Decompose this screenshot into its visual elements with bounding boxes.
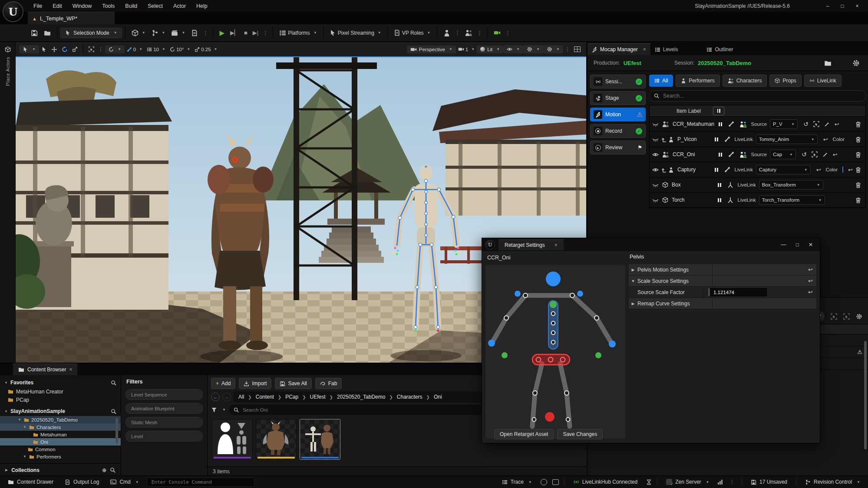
- filter-level-sequence[interactable]: Level Sequence: [125, 389, 203, 400]
- toolbar-overflow-icon[interactable]: ⋮: [475, 30, 484, 36]
- content-drawer-button[interactable]: Content Drawer: [4, 477, 57, 487]
- browse-content-button[interactable]: [41, 27, 54, 39]
- tab-content-browser[interactable]: Content Browser ×: [13, 364, 77, 375]
- mocap-search-input[interactable]: [662, 92, 861, 99]
- maximize-button[interactable]: □: [796, 242, 799, 248]
- pelvis-bone-selected[interactable]: [532, 354, 570, 365]
- console-command-input-box[interactable]: [147, 478, 254, 487]
- color-label[interactable]: Color: [833, 137, 845, 142]
- cinematics-dropdown[interactable]: ▼: [168, 27, 188, 39]
- bone-eye-icon[interactable]: [724, 167, 730, 173]
- nav-sessions[interactable]: Sessi... ✓: [590, 75, 646, 88]
- asset-oni-skeletal[interactable]: [300, 419, 340, 460]
- status-overflow-icon[interactable]: ⋮: [728, 479, 736, 485]
- actor-snap-dropdown[interactable]: 0▼: [125, 46, 145, 53]
- maximize-button[interactable]: □: [835, 2, 850, 10]
- livelinkhub-status[interactable]: LiveLinkHub Connected: [570, 477, 641, 487]
- import-button[interactable]: Import: [239, 378, 271, 389]
- hourglass-icon[interactable]: [646, 479, 652, 485]
- pause-icon[interactable]: [718, 183, 721, 187]
- undo-icon[interactable]: ↩: [848, 167, 853, 173]
- trash-icon[interactable]: [855, 136, 861, 143]
- eye-closed-icon[interactable]: [652, 136, 659, 143]
- source-dropdown[interactable]: Cap▼: [770, 150, 796, 159]
- tree-item-performers[interactable]: ▼ Performers: [0, 453, 121, 460]
- scale-source-settings-row[interactable]: ▼ Scale Source Settings ↩: [629, 275, 816, 287]
- cmd-dropdown[interactable]: Cmd ▼: [107, 477, 142, 487]
- filter-performers[interactable]: Performers: [676, 75, 719, 87]
- selection-mode-dropdown[interactable]: Selection Mode ▼: [60, 28, 122, 38]
- snap-overflow-icon[interactable]: ⋮: [96, 46, 105, 52]
- unsaved-button[interactable]: 17 Unsaved: [747, 477, 791, 487]
- filter-level[interactable]: Level: [125, 431, 203, 442]
- add-button[interactable]: +Add: [211, 378, 235, 389]
- filter-animation-blueprint[interactable]: Animation Blueprint: [125, 403, 203, 414]
- revision-control-dropdown[interactable]: Revision Control ▼: [802, 477, 864, 487]
- table-row[interactable]: Torch LiveLink Torch_Transform▼: [650, 193, 865, 208]
- livelink-dropdown[interactable]: Captury▼: [756, 165, 811, 174]
- asset-oni-mesh[interactable]: [256, 419, 297, 460]
- table-row[interactable]: P_Vicon LiveLink Tommy_Anim▼ ↩ Color: [650, 132, 865, 147]
- grid-snap-dropdown[interactable]: 10▼: [145, 46, 168, 53]
- scale-tool[interactable]: [70, 45, 80, 53]
- tab-levels[interactable]: Levels: [650, 44, 683, 55]
- place-actors-strip[interactable]: Place Actors: [0, 42, 16, 363]
- favorite-metahuman-creator[interactable]: MetaHuman Creator: [0, 387, 121, 396]
- close-button[interactable]: ✕: [809, 242, 813, 248]
- retarget-settings-icon[interactable]: ↺: [802, 151, 807, 158]
- retarget-pair-icon[interactable]: [739, 151, 747, 158]
- filter-livelink[interactable]: LiveLink: [804, 75, 842, 87]
- trace-dropdown[interactable]: Trace ▼: [498, 477, 535, 487]
- close-icon[interactable]: ×: [643, 46, 646, 52]
- transform-axis-icon[interactable]: [727, 182, 733, 188]
- menu-select[interactable]: Select: [143, 1, 168, 11]
- vp-roles-dropdown[interactable]: VP Roles ▼: [391, 27, 434, 38]
- blueprints-dropdown[interactable]: ▼: [149, 27, 168, 39]
- undo-icon[interactable]: ↩: [835, 121, 839, 128]
- menu-edit[interactable]: Edit: [48, 1, 67, 11]
- play-options-icon[interactable]: ⋮: [261, 30, 270, 36]
- crumb[interactable]: 20250520_TabDemo: [337, 394, 385, 400]
- zen-server-dropdown[interactable]: ✓ Zen Server ▼: [663, 477, 713, 487]
- crumb[interactable]: Content: [256, 394, 274, 400]
- trash-icon[interactable]: [855, 197, 861, 203]
- select-in-scene-icon[interactable]: [813, 121, 819, 127]
- undo-icon[interactable]: ↩: [816, 167, 821, 173]
- tree-item-characters[interactable]: ▼ Characters: [0, 423, 121, 431]
- table-row[interactable]: Box LiveLink Box_Transform▼: [650, 177, 865, 193]
- bone-icon[interactable]: [724, 136, 730, 142]
- level-tab[interactable]: ▲ L_Temple_WP*: [28, 12, 115, 25]
- search-icon[interactable]: [110, 467, 116, 473]
- nav-stage[interactable]: Stage ✓: [590, 91, 646, 105]
- retarget-tab[interactable]: Retarget Settings ×: [498, 239, 564, 250]
- source-scale-factor-row[interactable]: Source Scale Factor ↩: [629, 287, 816, 298]
- trash-icon[interactable]: [855, 151, 861, 158]
- crumb[interactable]: UEfest: [310, 394, 326, 400]
- close-button[interactable]: ×: [850, 2, 865, 10]
- save-all-button[interactable]: Save All: [275, 378, 311, 389]
- skip-button[interactable]: ▶|: [250, 29, 261, 37]
- toolbar-overflow-icon[interactable]: ⋮: [504, 30, 512, 36]
- close-icon[interactable]: ×: [69, 367, 72, 373]
- asset-ik-rig[interactable]: [212, 419, 253, 460]
- add-source-icon[interactable]: [831, 313, 837, 320]
- tab-mocap-manager[interactable]: Mocap Manager ×: [587, 43, 650, 55]
- minimize-button[interactable]: —: [781, 242, 786, 248]
- reset-icon[interactable]: ↩: [808, 289, 813, 295]
- bone-icon[interactable]: [728, 151, 734, 157]
- select-tool[interactable]: [39, 45, 49, 53]
- move-tool[interactable]: [49, 45, 59, 54]
- table-row[interactable]: Captury LiveLink Captury▼ ↩ Color ↩: [650, 162, 865, 177]
- chest-joint[interactable]: [550, 301, 557, 308]
- multi-user-button[interactable]: [462, 27, 475, 38]
- perspective-dropdown[interactable]: Perspective▼: [407, 46, 456, 53]
- chevron-right-icon[interactable]: ▶: [629, 268, 637, 272]
- menu-build[interactable]: Build: [120, 1, 142, 11]
- select-in-scene-icon[interactable]: [812, 151, 818, 157]
- quad-view-button[interactable]: [572, 45, 583, 53]
- chevron-down-icon[interactable]: ▼: [17, 418, 22, 422]
- eye-closed-icon[interactable]: [652, 121, 659, 128]
- trash-icon[interactable]: [855, 121, 861, 128]
- pixel-streaming-dropdown[interactable]: Pixel Streaming ▼: [327, 27, 384, 38]
- pause-all-button[interactable]: [713, 107, 724, 115]
